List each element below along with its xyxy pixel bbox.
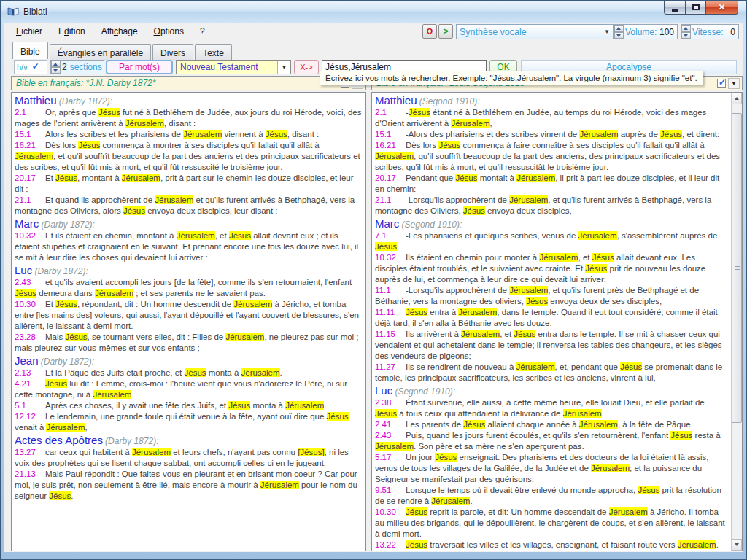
verse-number: 21.1 xyxy=(375,195,406,206)
menu-bar: FichierEditionAffichageOptions? Ω > Synt… xyxy=(4,23,743,42)
verse-number: 21.13 xyxy=(15,469,45,480)
verse-line: 2.38Étant survenue, elle aussi, à cette … xyxy=(375,397,727,419)
highlighted-word: Jérusalem xyxy=(509,195,548,204)
close-button[interactable]: ✕ xyxy=(705,1,738,15)
highlighted-word: Jésus xyxy=(406,508,427,516)
highlighted-word: Jésus xyxy=(409,108,430,117)
verse-number: 11.1 xyxy=(375,285,406,296)
triangle-down-icon xyxy=(735,543,739,546)
verse-line: 15.1Alors les scribes et les pharisiens … xyxy=(15,129,363,140)
voice-synthesis-select[interactable]: Synthèse vocale ▼ xyxy=(456,24,614,39)
book-edition: (Darby 1872): xyxy=(105,436,158,446)
highlighted-word: Jérusalem xyxy=(93,390,131,399)
volume-label: Volume: xyxy=(625,27,657,37)
minimize-button[interactable] xyxy=(664,1,685,15)
highlighted-word: Jésus xyxy=(266,130,287,139)
highlighted-word: Jésus xyxy=(435,453,457,462)
speed-value[interactable]: 0 xyxy=(730,27,735,37)
grip-icon xyxy=(735,266,740,267)
play-speech-button[interactable]: > xyxy=(438,24,453,39)
scroll-down-button[interactable] xyxy=(732,539,742,551)
verse-line: 9.51Lorsque le temps où il devait être e… xyxy=(375,485,727,507)
verse-number: 10.32 xyxy=(15,230,45,241)
speed-field[interactable]: Vitesse: 0 xyxy=(681,24,739,39)
maximize-button[interactable] xyxy=(685,1,705,15)
verse-line: 12.12Le lendemain, une grande foule qui … xyxy=(15,411,363,433)
scrollbar-thumb[interactable] xyxy=(732,113,742,423)
sections-field[interactable]: 2 sections xyxy=(50,60,104,74)
verse-line: 5.17Un jour Jésus enseignait. Des pharis… xyxy=(375,452,727,485)
title-bar[interactable]: Biblati ✕ xyxy=(1,1,746,23)
book-edition: (Segond 1910): xyxy=(419,96,480,106)
highlighted-word: Jésus xyxy=(438,141,460,149)
book-heading: Marc (Darby 1872): xyxy=(15,218,363,230)
scroll-up-button[interactable] xyxy=(732,93,742,104)
highlighted-word: Jésus xyxy=(375,409,397,418)
left-verse-panel[interactable]: Matthieu (Darby 1872):2.1Or, après que J… xyxy=(11,92,366,551)
app-icon xyxy=(7,6,19,18)
verse-number: 2.41 xyxy=(375,419,406,430)
volume-spinner[interactable] xyxy=(614,25,624,39)
menu-item[interactable]: ? xyxy=(192,23,213,40)
book-name: Luc xyxy=(15,264,32,276)
highlighted-word: Jérusalem xyxy=(678,540,716,549)
window-title: Biblati xyxy=(23,7,47,17)
tab-bible[interactable]: Bible xyxy=(12,42,48,59)
highlighted-word: Jérusalem xyxy=(375,152,414,160)
verse-line: 21.1-Lorsqu'ils approchèrent de Jérusale… xyxy=(375,195,727,217)
volume-field[interactable]: Volume: 100 xyxy=(614,24,678,39)
menu-item[interactable]: Affichage xyxy=(93,23,146,40)
hv-checkbox[interactable] xyxy=(31,63,39,71)
book-edition: (Darby 1872): xyxy=(59,96,112,106)
stop-speech-button[interactable]: Ω xyxy=(422,24,437,39)
menu-item[interactable]: Options xyxy=(146,23,192,40)
highlighted-word: Jésus xyxy=(514,330,535,338)
clear-search-button[interactable]: X-> xyxy=(294,60,319,74)
highlighted-word: Jésus xyxy=(65,332,87,341)
verse-number: 2.1 xyxy=(375,107,406,118)
right-panel-scrollbar[interactable] xyxy=(731,93,742,551)
book-edition: (Segond 1910): xyxy=(402,219,462,230)
play-icon: > xyxy=(443,26,448,36)
verse-line: 2.43Puis, quand les jours furent écoulés… xyxy=(375,430,727,452)
highlighted-word: Jérusalem xyxy=(579,420,618,429)
book-edition: (Darby 1872): xyxy=(34,266,88,276)
left-panel-title: Bible en français: *J.N. Darby 1872* xyxy=(16,78,338,88)
highlighted-word: Jérusalem xyxy=(539,253,578,262)
verse-line: 2.43et qu'ils avaient accompli les jours… xyxy=(15,277,363,299)
right-verse-panel[interactable]: Matthieu (Segond 1910):2.1-Jésus étant n… xyxy=(371,92,743,551)
highlighted-word: Jésus xyxy=(638,486,659,494)
verse-number: 20.17 xyxy=(15,173,45,184)
hv-toggle[interactable]: h/v xyxy=(14,60,47,74)
scope-select[interactable]: Nouveau Testament ▼ xyxy=(176,60,291,74)
search-mode-button[interactable]: Par mot(s) xyxy=(106,60,173,74)
highlighted-word: Jérusalem xyxy=(15,152,53,160)
chevron-down-icon[interactable]: ▼ xyxy=(728,78,740,89)
verse-number: 2.38 xyxy=(375,397,406,408)
sections-spinner[interactable] xyxy=(51,61,61,74)
menu-item[interactable]: Edition xyxy=(50,23,93,40)
highlighted-word: Jérusalem xyxy=(125,119,164,128)
verse-line: 20.17Et Jésus, montant à Jérusalem, prit… xyxy=(15,173,363,195)
scope-value: Nouveau Testament xyxy=(180,62,258,72)
menu-item[interactable]: Fichier xyxy=(8,23,50,40)
speed-spinner[interactable] xyxy=(681,25,691,39)
highlighted-word: Jérusalem xyxy=(241,368,280,377)
highlighted-word: Jésus xyxy=(327,412,349,421)
highlighted-word: Jésus xyxy=(55,300,77,308)
verse-number: 13.22 xyxy=(375,540,406,551)
chevron-down-icon[interactable]: ▼ xyxy=(277,61,290,74)
voice-synthesis-value: Synthèse vocale xyxy=(460,27,527,37)
verse-line: 11.27Ils se rendirent de nouveau à Jérus… xyxy=(375,362,727,384)
highlighted-word: Jésus xyxy=(49,491,71,500)
verse-number: 15.1 xyxy=(15,129,45,140)
right-panel-checkbox[interactable] xyxy=(717,79,726,88)
left-panel-header[interactable]: Bible en français: *J.N. Darby 1872* ▼ xyxy=(11,76,366,90)
verse-number: 16.21 xyxy=(15,140,45,151)
chevron-down-icon[interactable]: ▼ xyxy=(604,28,610,35)
verse-number: 12.12 xyxy=(15,411,45,422)
highlighted-word: Jérusalem xyxy=(260,481,299,489)
book-heading: Jean (Darby 1872): xyxy=(15,355,363,368)
volume-value[interactable]: 100 xyxy=(659,27,674,37)
highlighted-word: Jérusalem xyxy=(132,448,171,456)
